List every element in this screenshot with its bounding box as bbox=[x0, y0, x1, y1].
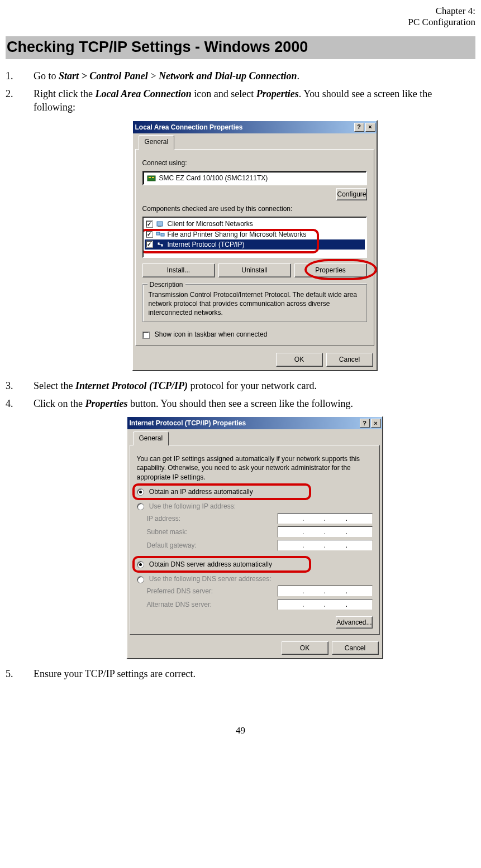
description-text: Transmission Control Protocol/Internet P… bbox=[149, 290, 361, 318]
radio-icon[interactable] bbox=[137, 488, 144, 496]
step-2: 2. Right click the Local Area Connection… bbox=[6, 87, 475, 371]
gateway-input: ... bbox=[278, 540, 373, 551]
step-number: 5. bbox=[6, 667, 13, 680]
svg-rect-5 bbox=[156, 232, 160, 235]
step-1: 1. Go to Start > Control Panel > Network… bbox=[6, 69, 475, 83]
checkbox-icon[interactable]: ✓ bbox=[146, 241, 153, 248]
svg-rect-6 bbox=[161, 233, 164, 236]
share-icon bbox=[156, 231, 165, 238]
intro-text: You can get IP settings assigned automat… bbox=[137, 454, 373, 482]
advanced-button[interactable]: Advanced... bbox=[336, 616, 372, 629]
step-number: 2. bbox=[6, 87, 13, 100]
ok-button[interactable]: OK bbox=[276, 353, 323, 366]
properties-button[interactable]: Properties bbox=[294, 263, 367, 277]
show-icon-checkbox[interactable] bbox=[142, 332, 150, 339]
close-button[interactable]: × bbox=[365, 123, 375, 132]
help-button[interactable]: ? bbox=[360, 419, 370, 428]
radio-use-dns[interactable]: Use the following DNS server addresses: bbox=[137, 574, 373, 583]
page-number: 49 bbox=[6, 725, 475, 736]
instruction-list: 1. Go to Start > Control Panel > Network… bbox=[6, 69, 475, 680]
protocol-icon bbox=[156, 241, 165, 248]
radio-icon[interactable] bbox=[137, 576, 144, 583]
list-item[interactable]: ✓ File and Printer Sharing for Microsoft… bbox=[145, 229, 365, 239]
checkbox-icon[interactable]: ✓ bbox=[146, 231, 153, 238]
configure-button[interactable]: Configure bbox=[336, 188, 366, 200]
svg-rect-2 bbox=[152, 177, 154, 178]
show-icon-label: Show icon in taskbar when connected bbox=[155, 330, 267, 338]
chapter-label: Chapter 4: bbox=[6, 6, 475, 17]
nic-name: SMC EZ Card 10/100 (SMC1211TX) bbox=[159, 174, 268, 183]
nic-icon bbox=[147, 174, 156, 182]
list-item-tcpip[interactable]: ✓ Internet Protocol (TCP/IP) bbox=[145, 239, 365, 250]
subnet-input: ... bbox=[278, 526, 373, 538]
ip-address-input: ... bbox=[278, 513, 373, 524]
svg-rect-4 bbox=[158, 226, 161, 227]
uninstall-button[interactable]: Uninstall bbox=[218, 263, 291, 277]
tab-general[interactable]: General bbox=[133, 431, 169, 445]
page: Chapter 4: PC Configuration Checking TCP… bbox=[0, 0, 481, 753]
nic-field: SMC EZ Card 10/100 (SMC1211TX) bbox=[142, 171, 367, 185]
step-number: 3. bbox=[6, 379, 13, 392]
close-button[interactable]: × bbox=[371, 419, 381, 428]
alt-dns-input: ... bbox=[278, 599, 373, 610]
titlebar[interactable]: Internet Protocol (TCP/IP) Properties ? … bbox=[127, 417, 382, 429]
cancel-button[interactable]: Cancel bbox=[332, 641, 379, 655]
connect-using-label: Connect using: bbox=[142, 159, 367, 167]
radio-use-ip[interactable]: Use the following IP address: bbox=[137, 502, 373, 511]
radio-auto-ip[interactable]: Obtain an IP address automatically bbox=[137, 487, 373, 496]
tab-general[interactable]: General bbox=[139, 135, 175, 149]
pref-dns-label: Preferred DNS server: bbox=[147, 587, 272, 596]
step-number: 1. bbox=[6, 69, 13, 83]
alt-dns-label: Alternate DNS server: bbox=[147, 600, 272, 609]
radio-auto-dns[interactable]: Obtain DNS server address automatically bbox=[137, 560, 373, 569]
dialog-tcpip-properties: Internet Protocol (TCP/IP) Properties ? … bbox=[126, 416, 383, 659]
gateway-label: Default gateway: bbox=[147, 541, 272, 550]
ok-button[interactable]: OK bbox=[282, 641, 328, 655]
window-title: Internet Protocol (TCP/IP) Properties bbox=[130, 419, 359, 428]
show-icon-row[interactable]: Show icon in taskbar when connected bbox=[142, 330, 367, 339]
description-legend: Description bbox=[147, 280, 185, 289]
radio-icon[interactable] bbox=[137, 561, 144, 568]
client-icon bbox=[156, 220, 165, 228]
checkbox-icon[interactable]: ✓ bbox=[146, 220, 153, 228]
svg-rect-1 bbox=[149, 177, 151, 178]
list-item[interactable]: ✓ Client for Microsoft Networks bbox=[145, 219, 365, 229]
page-title: Checking TCP/IP Settings - Windows 2000 bbox=[6, 36, 475, 59]
svg-rect-3 bbox=[157, 222, 163, 226]
cancel-button[interactable]: Cancel bbox=[326, 353, 373, 366]
window-title: Local Area Connection Properties bbox=[135, 123, 353, 132]
subnet-label: Subnet mask: bbox=[147, 527, 272, 536]
step-number: 4. bbox=[6, 397, 13, 410]
radio-icon[interactable] bbox=[137, 503, 144, 510]
page-header: Chapter 4: PC Configuration bbox=[6, 6, 475, 28]
dialog-local-area-connection: Local Area Connection Properties ? × Gen… bbox=[132, 120, 378, 371]
step-4: 4. Click on the Properties button. You s… bbox=[6, 397, 475, 659]
install-button[interactable]: Install... bbox=[142, 263, 215, 277]
titlebar[interactable]: Local Area Connection Properties ? × bbox=[133, 121, 377, 133]
ip-address-label: IP address: bbox=[147, 514, 272, 523]
components-label: Components checked are used by this conn… bbox=[142, 204, 367, 213]
section-label: PC Configuration bbox=[6, 17, 475, 28]
description-group: Description Transmission Control Protoco… bbox=[142, 284, 367, 323]
pref-dns-input: ... bbox=[278, 586, 373, 597]
svg-rect-0 bbox=[147, 176, 155, 181]
components-list[interactable]: ✓ Client for Microsoft Networks ✓ bbox=[142, 217, 367, 258]
help-button[interactable]: ? bbox=[354, 123, 364, 132]
step-5: 5. Ensure your TCP/IP settings are corre… bbox=[6, 667, 475, 680]
step-3: 3. Select the Internet Protocol (TCP/IP)… bbox=[6, 379, 475, 392]
